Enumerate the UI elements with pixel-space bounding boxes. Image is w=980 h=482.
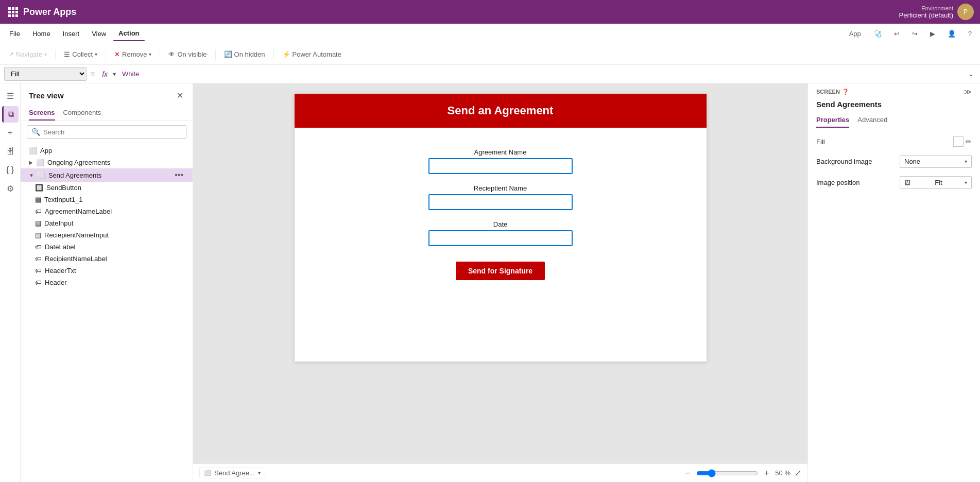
tree-item-date-label[interactable]: 🏷 DateLabel <box>21 241 193 253</box>
close-icon[interactable]: ✕ <box>176 90 184 101</box>
image-position-label: Image position <box>816 179 860 186</box>
date-input[interactable] <box>428 230 573 246</box>
fx-button[interactable]: fx <box>99 70 111 78</box>
agreement-name-label: Agreement Name <box>336 148 665 156</box>
tree-send-label: Send Agreements <box>48 171 170 179</box>
tree-view-title: Tree view <box>29 91 64 100</box>
input-icon-1: ▤ <box>35 196 41 203</box>
hamburger-icon[interactable]: ☰ <box>2 88 19 104</box>
image-position-value: Fit <box>935 179 942 186</box>
redo-button[interactable]: ↪ <box>908 28 922 40</box>
layers-icon[interactable]: ⧉ <box>2 106 19 123</box>
user-icon[interactable]: 👤 <box>943 28 960 40</box>
stethoscope-icon[interactable]: 🩺 <box>869 28 886 40</box>
background-image-label: Background image <box>816 158 872 165</box>
agreement-name-input[interactable] <box>428 158 573 174</box>
tree-item-send-button[interactable]: 🔲 SendButton <box>21 182 193 194</box>
collect-chevron: ▾ <box>95 51 97 57</box>
zoom-in-button[interactable]: + <box>762 468 771 479</box>
canvas-body: Agreement Name Recieptient Name Date Sen… <box>295 128 707 301</box>
tree-item-ongoing[interactable]: ▶ ⬜ Ongoing Agreements <box>21 157 193 168</box>
label-icon-2: 🏷 <box>35 243 42 251</box>
user-avatar[interactable]: P <box>957 4 974 20</box>
background-image-dropdown[interactable]: None ▾ <box>900 155 972 168</box>
help-icon[interactable]: ? <box>964 28 976 40</box>
undo-button[interactable]: ↩ <box>890 28 904 40</box>
menu-action[interactable]: Action <box>113 26 144 41</box>
image-position-dropdown[interactable]: 🖼 Fit ▾ <box>900 176 972 189</box>
tree-item-date-input[interactable]: ▤ DateInput <box>21 217 193 229</box>
database-icon[interactable]: 🗄 <box>2 143 19 160</box>
tree-item-recipient-label[interactable]: 🏷 RecipientNameLabel <box>21 253 193 265</box>
code-icon[interactable]: { } <box>2 162 19 178</box>
more-options-icon[interactable]: ••• <box>174 170 184 180</box>
screen-selector[interactable]: ⬜ Send Agree... ▾ <box>199 468 265 478</box>
fill-color-swatch[interactable] <box>953 136 964 147</box>
header-label: Header <box>45 279 67 286</box>
plus-icon[interactable]: + <box>2 125 19 141</box>
menu-home[interactable]: Home <box>27 27 56 41</box>
canvas-header: Send an Agreement <box>295 94 707 128</box>
play-button[interactable]: ▶ <box>926 28 939 40</box>
zoom-slider[interactable] <box>696 469 758 477</box>
date-label: DateLabel <box>45 243 75 251</box>
remove-button[interactable]: ✕ Remove ▾ <box>110 48 156 60</box>
environment-name: Perficient (default) <box>899 11 954 19</box>
tab-screens[interactable]: Screens <box>29 106 55 120</box>
formula-input[interactable] <box>118 68 964 80</box>
collect-button[interactable]: ☰ Collect ▾ <box>60 48 101 60</box>
on-visible-label: On visible <box>177 50 207 58</box>
background-image-value: None <box>904 158 920 165</box>
fullscreen-icon[interactable]: ⤢ <box>795 468 801 478</box>
menu-insert[interactable]: Insert <box>58 27 85 41</box>
tree-ongoing-label: Ongoing Agreements <box>47 159 184 166</box>
power-automate-button[interactable]: ⚡ Power Automate <box>278 48 346 60</box>
property-selector[interactable]: Fill <box>4 67 87 81</box>
search-input[interactable] <box>43 128 182 136</box>
tree-item-header-txt[interactable]: 🏷 HeaderTxt <box>21 265 193 277</box>
recipient-name-input[interactable] <box>428 194 573 210</box>
date-field: Date <box>336 220 665 246</box>
remove-chevron: ▾ <box>149 51 151 57</box>
variable-icon[interactable]: ⚙ <box>2 180 19 197</box>
tab-advanced[interactable]: Advanced <box>857 113 887 128</box>
tree-item-agreement-label[interactable]: 🏷 AgreementNameLabel <box>21 205 193 217</box>
collapse-icon[interactable]: ≫ <box>964 88 972 96</box>
fill-property: Fill ✏ <box>816 136 972 147</box>
tab-components[interactable]: Components <box>63 106 101 120</box>
menu-file[interactable]: File <box>4 27 25 41</box>
tree-item-send-agreements[interactable]: ▼ ⬜ Send Agreements ••• <box>21 168 193 182</box>
main-layout: ☰ ⧉ + 🗄 { } ⚙ Tree view ✕ Screens Compon… <box>0 83 980 482</box>
power-automate-icon: ⚡ <box>282 50 290 58</box>
formula-bar: Fill = fx ▾ ⌄ <box>0 65 980 83</box>
fill-edit-icon[interactable]: ✏ <box>966 137 972 146</box>
tree-item-app[interactable]: ⬜ App <box>21 145 193 157</box>
recipient-name-label: Recieptient Name <box>336 184 665 192</box>
recipient-name-field: Recieptient Name <box>336 184 665 210</box>
menu-view[interactable]: View <box>87 27 111 41</box>
action-toolbar: ↗ Navigate ▾ ☰ Collect ▾ ✕ Remove ▾ 👁 On… <box>0 44 980 65</box>
tab-properties[interactable]: Properties <box>816 113 849 128</box>
screen-name: Send Agree... <box>214 469 255 477</box>
tree-item-header[interactable]: 🏷 Header <box>21 277 193 288</box>
send-signature-button[interactable]: Send for Signature <box>456 262 545 280</box>
label-icon-1: 🏷 <box>35 208 42 215</box>
search-icon: 🔍 <box>31 128 40 136</box>
help-circle-icon[interactable]: ❓ <box>842 89 849 95</box>
waffle-menu[interactable] <box>6 5 20 19</box>
chevron-icon[interactable]: ▾ <box>113 71 116 78</box>
input-icon-3: ▤ <box>35 231 41 239</box>
app-tree-icon: ⬜ <box>29 147 37 154</box>
label-icon-5: 🏷 <box>35 279 42 286</box>
on-visible-button[interactable]: 👁 On visible <box>164 48 211 60</box>
zoom-out-button[interactable]: − <box>683 468 692 479</box>
tree-item-textinput1[interactable]: ▤ TextInput1_1 <box>21 194 193 205</box>
on-hidden-button[interactable]: 🔄 On hidden <box>220 48 269 60</box>
agreement-label: AgreementNameLabel <box>45 208 112 215</box>
tree-item-recipient-input[interactable]: ▤ ReciepientNameInput <box>21 229 193 241</box>
navigate-button[interactable]: ↗ Navigate ▾ <box>4 48 51 60</box>
fill-label: Fill <box>816 138 825 146</box>
expand-icon[interactable]: ⌄ <box>966 70 976 78</box>
zoom-percentage: 50 % <box>775 469 790 477</box>
title-bar: Power Apps Environment Perficient (defau… <box>0 0 980 24</box>
